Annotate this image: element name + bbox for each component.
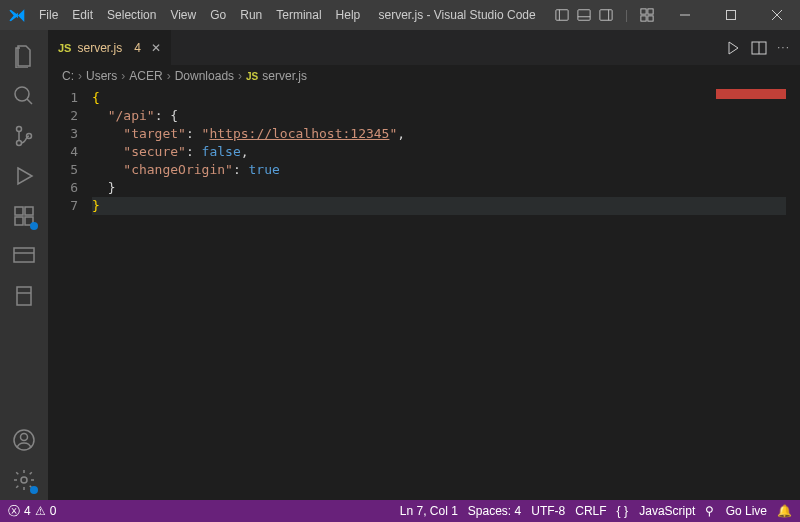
svg-point-17 <box>17 141 22 146</box>
svg-rect-11 <box>727 11 736 20</box>
source-control-icon[interactable] <box>0 116 48 156</box>
menu-selection[interactable]: Selection <box>100 0 163 30</box>
crumb[interactable]: C: <box>62 69 74 83</box>
tab-name: server.js <box>77 41 122 55</box>
svg-marker-19 <box>18 168 32 184</box>
line-number: 5 <box>48 161 78 179</box>
tab-server-js[interactable]: JS server.js 4 ✕ <box>48 30 172 65</box>
menu-go[interactable]: Go <box>203 0 233 30</box>
crumb[interactable]: Users <box>86 69 117 83</box>
status-bar: ⓧ4 ⚠0 Ln 7, Col 1 Spaces: 4 UTF-8 CRLF {… <box>0 500 800 522</box>
broadcast-icon: ⚲ <box>705 504 714 518</box>
search-icon[interactable] <box>0 76 48 116</box>
svg-point-14 <box>15 87 29 101</box>
menu-view[interactable]: View <box>163 0 203 30</box>
svg-marker-31 <box>729 42 738 54</box>
go-live-button[interactable]: ⚲ Go Live <box>705 504 767 518</box>
notifications-icon[interactable]: 🔔 <box>777 504 792 518</box>
chevron-right-icon: › <box>238 69 242 83</box>
svg-rect-23 <box>25 207 33 215</box>
breadcrumbs[interactable]: C:› Users› ACER› Downloads› JS server.js <box>48 65 800 87</box>
vscode-logo-icon <box>0 7 32 24</box>
code-line[interactable]: { <box>92 89 800 107</box>
svg-rect-7 <box>648 9 653 14</box>
tab-modified-count: 4 <box>134 41 141 55</box>
settings-icon[interactable] <box>0 460 48 500</box>
run-debug-icon[interactable] <box>0 156 48 196</box>
update-badge <box>30 486 38 494</box>
line-number: 2 <box>48 107 78 125</box>
menu-bar: File Edit Selection View Go Run Terminal… <box>32 0 367 30</box>
crumb-file[interactable]: server.js <box>262 69 307 83</box>
update-badge <box>30 222 38 230</box>
problems-button[interactable]: ⓧ4 ⚠0 <box>8 503 56 520</box>
code-line[interactable]: "target": "https://localhost:12345", <box>92 125 800 143</box>
split-editor-icon[interactable] <box>751 40 767 56</box>
layout-controls: | <box>547 0 662 30</box>
code-line[interactable]: "secure": false, <box>92 143 800 161</box>
line-number: 7 <box>48 197 78 215</box>
minimap-error-marker <box>716 89 786 99</box>
bookmark-icon[interactable] <box>0 276 48 316</box>
line-number: 4 <box>48 143 78 161</box>
maximize-button[interactable] <box>708 0 754 30</box>
menu-terminal[interactable]: Terminal <box>269 0 328 30</box>
js-file-icon: JS <box>246 71 258 82</box>
line-numbers: 1234567 <box>48 87 92 500</box>
menu-run[interactable]: Run <box>233 0 269 30</box>
editor-actions: ··· <box>715 40 800 56</box>
chevron-right-icon: › <box>121 69 125 83</box>
remote-explorer-icon[interactable] <box>0 236 48 276</box>
code-line[interactable]: } <box>92 179 800 197</box>
minimize-button[interactable] <box>662 0 708 30</box>
toggle-panel-bottom-icon[interactable] <box>577 8 591 22</box>
toggle-panel-right-icon[interactable] <box>599 8 613 22</box>
activity-bar <box>0 30 48 500</box>
editor-area: JS server.js 4 ✕ ··· C:› Users› ACER› Do… <box>48 30 800 500</box>
tabs-bar: JS server.js 4 ✕ ··· <box>48 30 800 65</box>
language-mode[interactable]: { } JavaScript <box>617 504 696 518</box>
js-file-icon: JS <box>58 42 71 54</box>
overview-ruler[interactable] <box>786 87 800 500</box>
indentation[interactable]: Spaces: 4 <box>468 504 521 518</box>
explorer-icon[interactable] <box>0 36 48 76</box>
encoding[interactable]: UTF-8 <box>531 504 565 518</box>
warning-count: 0 <box>50 504 57 518</box>
line-number: 6 <box>48 179 78 197</box>
menu-help[interactable]: Help <box>329 0 368 30</box>
error-icon: ⓧ <box>8 503 20 520</box>
run-file-icon[interactable] <box>725 40 741 56</box>
separator: | <box>625 8 628 22</box>
main-area: JS server.js 4 ✕ ··· C:› Users› ACER› Do… <box>0 30 800 500</box>
svg-rect-20 <box>15 207 23 215</box>
crumb[interactable]: Downloads <box>175 69 234 83</box>
code-line[interactable]: "changeOrigin": true <box>92 161 800 179</box>
line-number: 1 <box>48 89 78 107</box>
chevron-right-icon: › <box>78 69 82 83</box>
extensions-icon[interactable] <box>0 196 48 236</box>
menu-edit[interactable]: Edit <box>65 0 100 30</box>
code-line[interactable]: "/api": { <box>92 107 800 125</box>
toggle-panel-left-icon[interactable] <box>555 8 569 22</box>
svg-rect-21 <box>15 217 23 225</box>
accounts-icon[interactable] <box>0 420 48 460</box>
code-content[interactable]: { "/api": { "target": "https://localhost… <box>92 87 800 500</box>
svg-rect-6 <box>641 9 646 14</box>
chevron-right-icon: › <box>167 69 171 83</box>
code-editor[interactable]: 1234567 { "/api": { "target": "https://l… <box>48 87 800 500</box>
close-tab-icon[interactable]: ✕ <box>151 41 161 55</box>
menu-file[interactable]: File <box>32 0 65 30</box>
crumb[interactable]: ACER <box>129 69 162 83</box>
eol[interactable]: CRLF <box>575 504 606 518</box>
svg-rect-24 <box>14 248 34 262</box>
cursor-position[interactable]: Ln 7, Col 1 <box>400 504 458 518</box>
minimap[interactable] <box>706 87 786 500</box>
code-line[interactable]: } <box>92 197 800 215</box>
window-title: server.js - Visual Studio Code <box>367 8 547 22</box>
customize-layout-icon[interactable] <box>640 8 654 22</box>
svg-rect-9 <box>648 16 653 21</box>
svg-line-15 <box>27 99 32 104</box>
close-button[interactable] <box>754 0 800 30</box>
more-actions-icon[interactable]: ··· <box>777 40 790 56</box>
svg-rect-26 <box>17 287 31 305</box>
